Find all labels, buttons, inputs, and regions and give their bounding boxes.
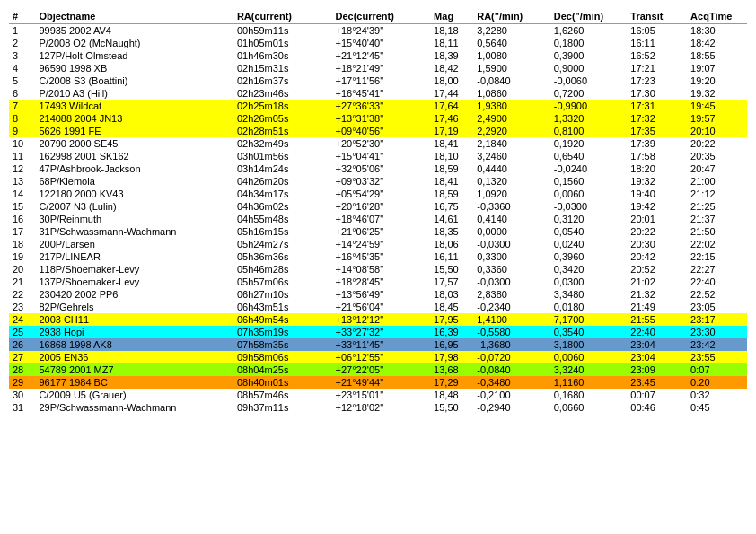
table-row: 2996177 1984 BC08h40m01s+21°49'44"17,29-… <box>9 376 747 389</box>
table-row: 2854789 2001 MZ708h04m25s+27°22'05"13,68… <box>9 363 747 376</box>
table-row: 3127P/Holt-Olmstead01h46m30s+21°12'45"18… <box>9 49 747 62</box>
table-row: 1630P/Reinmuth04h55m48s+18°46'07"14,610,… <box>9 213 747 225</box>
table-row: 11162998 2001 SK16203h01m56s+15°04'41"18… <box>9 150 747 162</box>
table-row: 6P/2010 A3 (Hill)02h23m46s+16°45'41"17,4… <box>9 87 747 100</box>
col-header-acqtime: AcqTime <box>687 9 747 24</box>
col-header-ra: RA(current) <box>233 9 332 24</box>
table-row: 496590 1998 XB02h15m31s+18°21'49"18,421,… <box>9 62 747 74</box>
table-row: 1020790 2000 SE4502h32m49s+20°52'30"18,4… <box>9 137 747 150</box>
col-header-dec: Dec(current) <box>332 9 431 24</box>
table-row: 20118P/Shoemaker-Levy05h46m28s+14°08'58"… <box>9 263 747 276</box>
table-row: 14122180 2000 KV4304h34m17s+05°54'29"18,… <box>9 188 747 200</box>
table-row: 1247P/Ashbrook-Jackson03h14m24s+32°05'06… <box>9 162 747 175</box>
table-row: 8214088 2004 JN1302h26m05s+13°31'38"17,4… <box>9 112 747 125</box>
table-row: 2382P/Gehrels06h43m51s+21°56'04"18,45-0,… <box>9 301 747 313</box>
table-row: 18200P/Larsen05h24m27s+14°24'59"18,06-0,… <box>9 238 747 250</box>
table-row: 19217P/LINEAR05h36m36s+16°45'35"16,110,3… <box>9 250 747 263</box>
col-header-decmin: Dec("/min) <box>550 9 628 24</box>
col-header-num: # <box>9 9 35 24</box>
table-row: 1731P/Schwassmann-Wachmann05h16m15s+21°0… <box>9 225 747 238</box>
table-row: 21137P/Shoemaker-Levy05h57m06s+18°28'45"… <box>9 276 747 288</box>
table-row: 22230420 2002 PP606h27m10s+13°56'49"18,0… <box>9 288 747 301</box>
table-row: 242003 CH1106h49m54s+13°12'12"17,951,410… <box>9 313 747 326</box>
table-row: 2616868 1998 AK807h58m35s+33°11'45"16,95… <box>9 338 747 351</box>
table-row: 2P/2008 O2 (McNaught)01h05m01s+15°40'40"… <box>9 37 747 49</box>
table-row: 199935 2002 AV400h59m11s+18°24'39"18,183… <box>9 24 747 38</box>
table-row: 5C/2008 S3 (Boattini)02h16m37s+17°11'56"… <box>9 74 747 87</box>
col-header-ramin: RA("/min) <box>473 9 550 24</box>
col-header-transit: Transit <box>627 9 687 24</box>
col-header-name: Objectname <box>35 9 233 24</box>
col-header-mag: Mag <box>430 9 473 24</box>
table-row: 717493 Wildcat02h25m18s+27°36'33"17,641,… <box>9 100 747 112</box>
table-row: 272005 EN3609h58m06s+06°12'55"17,98-0,07… <box>9 351 747 363</box>
table-row: 15C/2007 N3 (Lulin)04h36m02s+20°16'28"16… <box>9 200 747 213</box>
table-row: 252938 Hopi07h35m19s+33°27'32"16,39-0,55… <box>9 326 747 338</box>
table-row: 3129P/Schwassmann-Wachmann09h37m11s+12°1… <box>9 401 747 414</box>
table-row: 30C/2009 U5 (Grauer)08h57m46s+23°15'01"1… <box>9 389 747 401</box>
observations-table: # Objectname RA(current) Dec(current) Ma… <box>9 9 747 414</box>
table-row: 1368P/Klemola04h26m20s+09°03'32"18,410,1… <box>9 175 747 188</box>
table-row: 95626 1991 FE02h28m51s+09°40'56"17,192,2… <box>9 125 747 137</box>
